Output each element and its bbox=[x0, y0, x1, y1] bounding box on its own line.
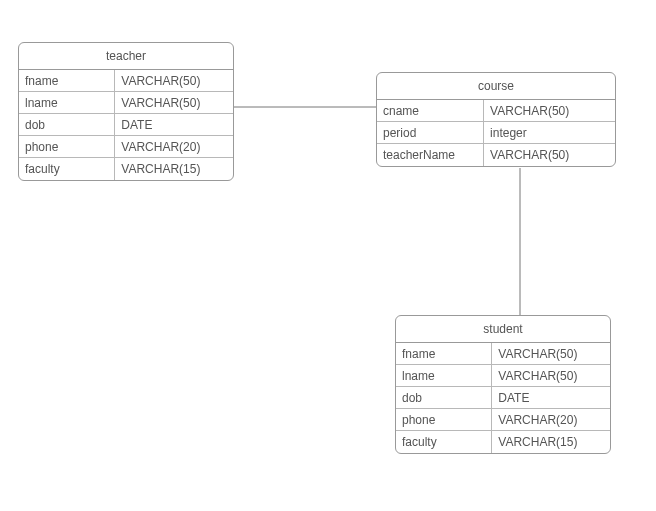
entity-teacher-title: teacher bbox=[19, 43, 233, 70]
column-name: cname bbox=[377, 100, 484, 121]
column-type: DATE bbox=[115, 114, 233, 135]
table-row: lname VARCHAR(50) bbox=[19, 92, 233, 114]
column-name: period bbox=[377, 122, 484, 143]
column-type: DATE bbox=[492, 387, 610, 408]
table-row: dob DATE bbox=[396, 387, 610, 409]
column-name: lname bbox=[19, 92, 115, 113]
column-type: VARCHAR(50) bbox=[492, 365, 610, 386]
entity-teacher: teacher fname VARCHAR(50) lname VARCHAR(… bbox=[18, 42, 234, 181]
column-type: VARCHAR(15) bbox=[115, 158, 233, 180]
column-type: VARCHAR(20) bbox=[492, 409, 610, 430]
entity-course-title: course bbox=[377, 73, 615, 100]
table-row: period integer bbox=[377, 122, 615, 144]
column-name: dob bbox=[19, 114, 115, 135]
column-type: VARCHAR(50) bbox=[484, 100, 615, 121]
erd-canvas: teacher fname VARCHAR(50) lname VARCHAR(… bbox=[0, 0, 656, 511]
column-name: dob bbox=[396, 387, 492, 408]
entity-course: course cname VARCHAR(50) period integer … bbox=[376, 72, 616, 167]
column-type: VARCHAR(50) bbox=[484, 144, 615, 166]
table-row: faculty VARCHAR(15) bbox=[396, 431, 610, 453]
column-name: fname bbox=[19, 70, 115, 91]
table-row: fname VARCHAR(50) bbox=[396, 343, 610, 365]
table-row: fname VARCHAR(50) bbox=[19, 70, 233, 92]
table-row: dob DATE bbox=[19, 114, 233, 136]
column-name: faculty bbox=[396, 431, 492, 453]
column-name: fname bbox=[396, 343, 492, 364]
table-row: faculty VARCHAR(15) bbox=[19, 158, 233, 180]
column-type: VARCHAR(50) bbox=[115, 92, 233, 113]
table-row: lname VARCHAR(50) bbox=[396, 365, 610, 387]
column-name: teacherName bbox=[377, 144, 484, 166]
column-name: faculty bbox=[19, 158, 115, 180]
table-row: teacherName VARCHAR(50) bbox=[377, 144, 615, 166]
column-name: phone bbox=[396, 409, 492, 430]
column-type: VARCHAR(15) bbox=[492, 431, 610, 453]
column-type: VARCHAR(20) bbox=[115, 136, 233, 157]
table-row: cname VARCHAR(50) bbox=[377, 100, 615, 122]
table-row: phone VARCHAR(20) bbox=[19, 136, 233, 158]
table-row: phone VARCHAR(20) bbox=[396, 409, 610, 431]
column-type: VARCHAR(50) bbox=[492, 343, 610, 364]
entity-student: student fname VARCHAR(50) lname VARCHAR(… bbox=[395, 315, 611, 454]
column-name: lname bbox=[396, 365, 492, 386]
column-name: phone bbox=[19, 136, 115, 157]
column-type: VARCHAR(50) bbox=[115, 70, 233, 91]
column-type: integer bbox=[484, 122, 615, 143]
entity-student-title: student bbox=[396, 316, 610, 343]
